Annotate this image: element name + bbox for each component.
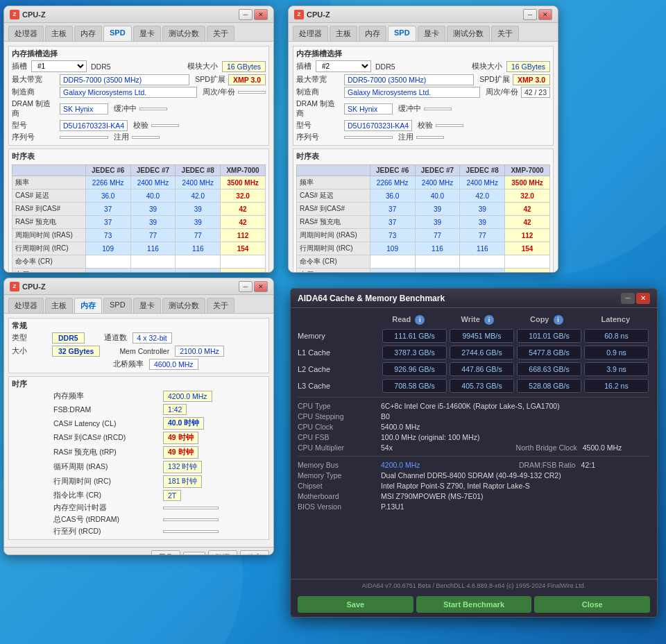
nav-tabs-3: 处理器 主板 内存 SPD 显卡 测试分数 关于 (4, 295, 273, 314)
table-row: 命令率 (CR) (12, 255, 266, 269)
nav-tabs-1: 处理器 主板 内存 SPD 显卡 测试分数 关于 (4, 23, 273, 42)
tab-score-1[interactable]: 测试分数 (162, 26, 205, 41)
aida-save-btn[interactable]: Save (298, 596, 413, 613)
cell-val: 37 (370, 216, 415, 229)
aida-memory-row: Memory 111.61 GB/s 99451 MB/s 101.01 GB/… (298, 329, 650, 343)
tab-graphics-2[interactable]: 显卡 (418, 26, 445, 41)
chipset-value: Intel Raptor Point-S Z790, Intel Raptor … (381, 482, 650, 490)
th-xmp-2: XMP-7000 (505, 165, 550, 176)
tab-about-1[interactable]: 关于 (207, 26, 234, 41)
spd-ext-value-2: XMP 3.0 (513, 74, 550, 85)
bios-label: BIOS Version (298, 502, 381, 511)
slot-select-1[interactable]: #1 #2 #3 #4 (31, 60, 87, 72)
tab-motherboard-1[interactable]: 主板 (45, 26, 73, 41)
row-label: 行周期时间 (tRC) (12, 242, 86, 255)
l3-latency-value: 16.2 ns (584, 379, 649, 393)
tab-spd-1[interactable]: SPD (103, 26, 132, 41)
cpu-fsb-row: CPU FSB 100.0 MHz (original: 100 MHz) (298, 433, 650, 441)
table-row: 频率 2266 MHz 2400 MHz 2400 MHz 3500 MHz (297, 176, 550, 189)
th-xmp-1: XMP-7000 (221, 165, 266, 176)
fsb-dram-value-3: 1:42 (163, 404, 187, 415)
tab-memory-3[interactable]: 内存 (74, 298, 102, 313)
cpu-type-label: CPU Type (298, 402, 381, 410)
cell-val: 39 (460, 216, 505, 229)
cpu-type-row: CPU Type 6C+8c Intel Core i5-14600K (Rap… (298, 402, 650, 410)
tab-motherboard-2[interactable]: 主板 (330, 26, 357, 41)
close-btn-3[interactable]: ✕ (254, 281, 268, 292)
spd-ext-value-1: XMP 3.0 (228, 74, 266, 85)
aida-close-button[interactable]: Close (534, 596, 650, 613)
tab-spd-3[interactable]: SPD (103, 298, 132, 313)
close-btn-2[interactable]: ✕ (538, 9, 552, 20)
tab-graphics-1[interactable]: 显卡 (133, 26, 161, 41)
cell-val (505, 255, 550, 269)
aida-benchmark-btn[interactable]: Start Benchmark (416, 596, 532, 613)
cell-val: 2400 MHz (460, 176, 505, 189)
minimize-btn-3[interactable]: ─ (239, 281, 253, 292)
tab-memory-2[interactable]: 内存 (359, 26, 386, 41)
tab-spd-2[interactable]: SPD (388, 26, 416, 41)
mem-ctrl-label-3: Mem Controller (119, 347, 169, 355)
row-label: 行周期时间 (tRC) (297, 242, 370, 255)
version-text-3: CPU-Z Ver. 2.08.0.x64 (8, 554, 148, 556)
col-read: Read i (374, 315, 443, 325)
max-bw-label-1: 最大带宽 (12, 75, 57, 85)
table-row: 电压 1.10 V 1.10 V 1.10 V 1.450 V (297, 269, 550, 273)
slot-select-2[interactable]: #1 #2 #3 #4 (316, 60, 371, 72)
cell-val: 39 (130, 203, 176, 216)
tab-score-2[interactable]: 测试分数 (447, 26, 490, 41)
l3-label: L3 Cache (298, 382, 381, 390)
l1-write-cell: 2744.6 GB/s (448, 346, 515, 359)
row-label: CAS# 延迟 (297, 189, 370, 203)
cell-val: 39 (415, 216, 460, 229)
cell-val: 42 (505, 203, 550, 216)
aida-minimize-btn[interactable]: ─ (621, 293, 635, 304)
note-label-2: 注用 (398, 133, 413, 142)
cell-val: 40.0 (415, 189, 460, 203)
l2-label: L2 Cache (298, 365, 381, 373)
aida-divider (298, 397, 650, 398)
tab-memory-1[interactable]: 内存 (74, 26, 102, 41)
ddr5-label-1: DDR5 (91, 62, 111, 71)
tab-graphics-3[interactable]: 显卡 (133, 298, 161, 313)
tab-processor-3[interactable]: 处理器 (8, 298, 44, 313)
minimize-btn-1[interactable]: ─ (239, 9, 253, 20)
mem-bus-value: 4200.0 MHz (381, 461, 450, 469)
memory-write-value: 99451 MB/s (450, 329, 514, 343)
note-value-1 (132, 136, 160, 139)
ok-btn-3[interactable]: 确定 (240, 550, 269, 555)
week-year-label-1: 周次/年份 (203, 87, 235, 97)
tools-dropdown-3[interactable]: ▼ (183, 552, 205, 556)
mem-type-row: Memory Type Dual Channel DDR5-8400 SDRAM… (298, 471, 650, 480)
tab-processor-2[interactable]: 处理器 (293, 26, 328, 41)
close-btn-1[interactable]: ✕ (254, 9, 268, 20)
l2-copy-cell: 668.63 GB/s (515, 362, 583, 376)
timing-title-1: 时序表 (12, 152, 266, 162)
tab-about-3[interactable]: 关于 (207, 298, 234, 313)
copy-info-icon[interactable]: i (554, 315, 563, 325)
cell-val: 36.0 (85, 189, 130, 203)
row-label: 周期间时间 (tRAS) (12, 229, 86, 242)
general-title-3: 常规 (12, 321, 266, 331)
serial-label-2: 序列号 (296, 133, 341, 142)
write-info-icon[interactable]: i (484, 315, 494, 325)
tab-processor-1[interactable]: 处理器 (8, 26, 44, 41)
timing-title-3: 时序 (12, 380, 266, 389)
verify-btn-3[interactable]: 验证 (208, 550, 237, 555)
col-latency: Latency (581, 315, 651, 325)
content-1: 内存插槽选择 插槽 #1 #2 #3 #4 DDR5 模块大小 16 GByte… (4, 42, 273, 273)
slot-section-title-2: 内存插槽选择 (296, 49, 550, 59)
check-label-1: 校验 (133, 121, 148, 130)
rdram-label-3: 内存空间计时器 (53, 503, 157, 513)
l3-copy-value: 528.08 GB/s (517, 379, 581, 393)
bottom-bar-3: CPU-Z Ver. 2.08.0.x64 工具 ▼ 验证 确定 (4, 547, 273, 555)
read-info-icon[interactable]: i (415, 315, 425, 325)
tools-btn-3[interactable]: 工具 (151, 550, 180, 555)
tab-motherboard-3[interactable]: 主板 (45, 298, 73, 313)
aida-close-btn[interactable]: ✕ (636, 293, 650, 304)
spd-ext-label-2: SPD扩展 (479, 75, 510, 85)
minimize-btn-2[interactable]: ─ (523, 9, 537, 20)
tab-score-3[interactable]: 测试分数 (162, 298, 205, 313)
tab-about-2[interactable]: 关于 (491, 26, 519, 41)
slot-label-1: 插槽 (12, 62, 27, 71)
